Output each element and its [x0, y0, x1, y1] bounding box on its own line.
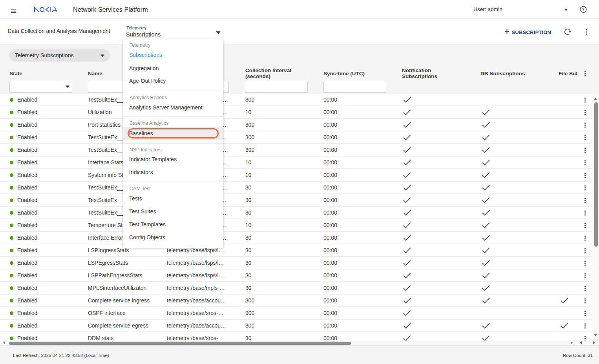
svg-text:?: ? — [582, 7, 584, 12]
